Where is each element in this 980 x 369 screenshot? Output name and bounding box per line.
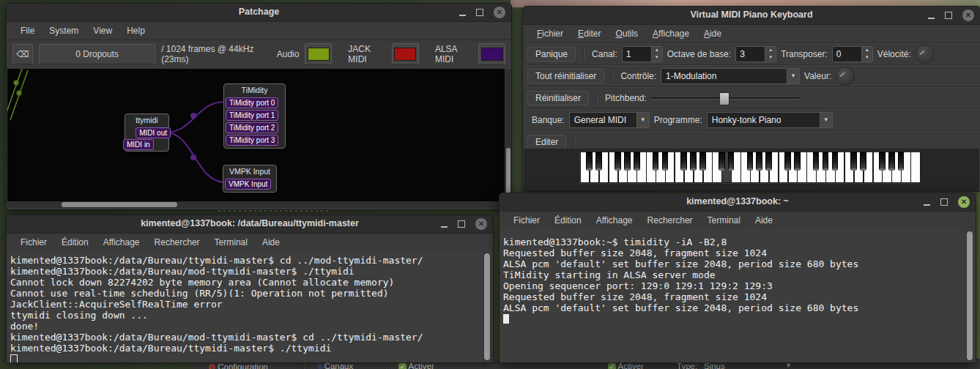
clear-dropouts-button[interactable]: ⌫	[12, 44, 33, 64]
close-icon[interactable]: ✕	[958, 196, 970, 208]
audio-color-button[interactable]	[305, 43, 332, 65]
piano-black-key[interactable]	[823, 152, 829, 171]
control-combobox[interactable]: 1-Modulation ▼	[661, 68, 800, 84]
port-timidity-2[interactable]: TiMidity port 2	[226, 122, 278, 133]
minimize-icon[interactable]	[441, 226, 448, 228]
piano-white-key[interactable]	[910, 152, 920, 183]
checkbox-checked-icon[interactable]: ✓	[398, 363, 407, 369]
piano-black-key[interactable]	[832, 152, 839, 171]
piano-black-key[interactable]	[624, 152, 631, 171]
terminal2-output[interactable]: kimented@1337book:~$ timidity -iA -B2,8 …	[500, 229, 975, 362]
piano-keyboard[interactable]	[579, 151, 921, 184]
piano-black-key[interactable]	[615, 152, 621, 171]
piano-black-key[interactable]	[634, 152, 640, 171]
minimize-icon[interactable]	[928, 18, 935, 19]
piano-black-key[interactable]	[756, 152, 762, 171]
jack-midi-color-button[interactable]	[392, 43, 419, 65]
menu-fichier[interactable]: Fichier	[14, 235, 53, 250]
piano-black-key[interactable]	[662, 152, 669, 171]
piano-black-key[interactable]	[879, 152, 886, 171]
port-vmpk-input[interactable]: VMPK Input	[225, 179, 271, 190]
menu-aide[interactable]: Aide	[749, 213, 779, 228]
piano-black-key[interactable]	[690, 152, 697, 171]
terminal2-titlebar[interactable]: kimented@1337book: ~ ✕	[500, 193, 976, 212]
spin-down-icon[interactable]: ▼	[862, 54, 872, 61]
menu-edition[interactable]: Édition	[55, 235, 95, 250]
velocity-knob[interactable]	[916, 45, 935, 64]
menu-editer[interactable]: Editer	[571, 26, 607, 41]
piano-black-key[interactable]	[747, 152, 754, 171]
base-octave-spinbox[interactable]: 3 ▲▼	[735, 46, 776, 62]
piano-black-key[interactable]	[653, 152, 659, 171]
piano-black-key[interactable]	[813, 152, 820, 171]
terminal2-scrollbar[interactable]	[966, 231, 973, 361]
node-timidity[interactable]: TiMidity TiMidity port 0 TiMidity port 1…	[223, 83, 286, 149]
alsa-midi-color-button[interactable]	[478, 43, 505, 65]
patchage-titlebar[interactable]: Patchage ✕	[7, 4, 511, 22]
menu-terminal[interactable]: Terminal	[701, 213, 747, 228]
chevron-down-icon[interactable]: ▼	[820, 113, 832, 127]
terminal1-scrollbar[interactable]	[483, 253, 491, 361]
slider-handle[interactable]	[719, 92, 730, 105]
checkbox-checked-icon[interactable]: ✓	[608, 363, 616, 369]
menu-file[interactable]: File	[14, 23, 41, 38]
chevron-down-icon[interactable]: ▼	[636, 113, 649, 127]
node-vmpk-input[interactable]: VMPK Input VMPK Input	[223, 165, 277, 193]
spin-up-icon[interactable]: ▲	[862, 47, 872, 54]
port-timidity-3[interactable]: TiMidity port 3	[226, 135, 278, 146]
piano-black-key[interactable]	[860, 152, 866, 171]
node-ttymidi[interactable]: ttymidi MIDI out MIDI in	[125, 113, 169, 152]
piano-black-key[interactable]	[784, 152, 791, 171]
menu-affichage[interactable]: Affichage	[590, 213, 639, 228]
menu-view[interactable]: View	[86, 23, 119, 38]
piano-black-key[interactable]	[595, 152, 602, 171]
menu-aide[interactable]: Aide	[256, 235, 286, 250]
piano-black-key[interactable]	[898, 152, 905, 171]
vmpk-titlebar[interactable]: Virtual MIDI Piano Keyboard ✕	[523, 7, 980, 25]
pitchbend-slider[interactable]	[651, 91, 799, 105]
restore-icon[interactable]	[940, 198, 948, 206]
program-combobox[interactable]: Honky-tonk Piano ▼	[707, 112, 833, 128]
piano-black-key[interactable]	[699, 152, 706, 171]
menu-terminal[interactable]: Terminal	[208, 235, 254, 250]
canvas-vertical-scrollbar[interactable]	[505, 69, 511, 202]
edit-button[interactable]: Editer	[527, 135, 566, 149]
port-midi-out[interactable]: MIDI out	[136, 127, 171, 138]
canvas-horizontal-scrollbar[interactable]	[7, 201, 505, 208]
port-timidity-0[interactable]: TiMidity port 0	[226, 97, 278, 108]
menu-rechercher[interactable]: Rechercher	[148, 235, 207, 250]
spin-down-icon[interactable]: ▼	[765, 54, 776, 61]
transpose-spinbox[interactable]: 0 ▲▼	[832, 46, 873, 62]
menu-outils[interactable]: Outils	[609, 26, 645, 41]
reset-all-button[interactable]: Tout réinitialiser	[527, 69, 604, 83]
channel-spinbox[interactable]: 1 ▲▼	[622, 46, 663, 62]
menu-edition[interactable]: Édition	[548, 213, 588, 228]
port-timidity-1[interactable]: TiMidity port 1	[226, 110, 278, 121]
menu-fichier[interactable]: Fichier	[507, 213, 546, 228]
port-midi-in[interactable]: MIDI in	[123, 139, 154, 150]
piano-black-key[interactable]	[680, 152, 687, 171]
piano-black-key[interactable]	[586, 152, 593, 171]
chevron-down-icon[interactable]: ▼	[787, 69, 799, 83]
menu-help[interactable]: Help	[120, 23, 152, 38]
restore-icon[interactable]	[945, 12, 952, 19]
spin-down-icon[interactable]: ▼	[652, 54, 662, 61]
value-knob[interactable]	[836, 67, 855, 86]
piano-black-key[interactable]	[719, 152, 725, 171]
menu-aide[interactable]: Aide	[697, 26, 728, 41]
menu-affichage[interactable]: Affichage	[646, 26, 696, 41]
piano-black-key[interactable]	[794, 152, 801, 171]
minimize-icon[interactable]	[459, 15, 466, 16]
menu-affichage[interactable]: Affichage	[97, 235, 146, 250]
menu-system[interactable]: System	[42, 23, 85, 38]
menu-rechercher[interactable]: Rechercher	[641, 213, 699, 228]
piano-black-key[interactable]	[765, 152, 772, 171]
terminal1-output[interactable]: kimented@1337book:/data/Bureau/ttymidi-m…	[7, 251, 492, 362]
patch-canvas[interactable]: ttymidi MIDI out MIDI in TiMidity TiMidi…	[7, 69, 505, 202]
dropouts-button[interactable]: 0 Dropouts	[39, 44, 155, 64]
reset-button[interactable]: Réinitialiser	[527, 91, 589, 105]
piano-black-key[interactable]	[888, 152, 895, 171]
spin-up-icon[interactable]: ▲	[652, 47, 662, 54]
panic-button[interactable]: Panique	[527, 47, 576, 61]
restore-icon[interactable]	[476, 9, 483, 16]
